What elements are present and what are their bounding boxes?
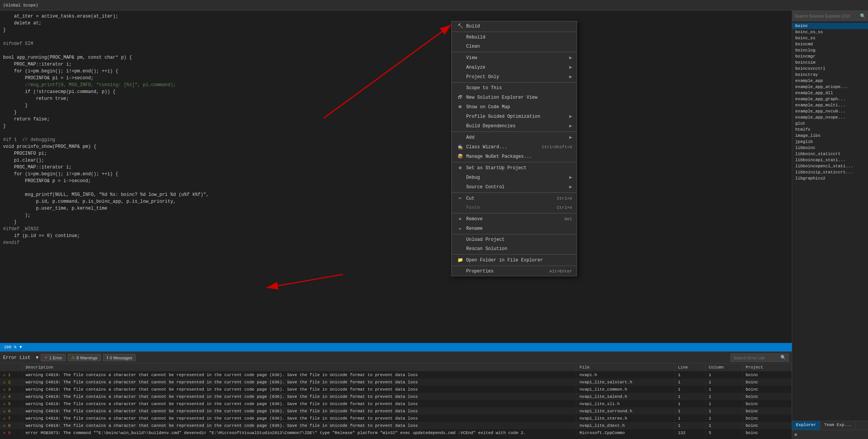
solution-gear-icon[interactable]: ⚙ [794, 432, 797, 437]
context-menu-item-cut[interactable]: ✂ Cut Ctrl+X [452, 194, 577, 203]
solution-tree-item-example_app_graph[interactable]: example_app_graph... [792, 96, 868, 102]
solution-tree-item-boinclog[interactable]: boinclog [792, 47, 868, 53]
context-menu-item-project-only[interactable]: Project Only ▶ [452, 72, 577, 82]
solution-tree-item-example_app[interactable]: example_app [792, 78, 868, 84]
solution-tab-explorer[interactable]: Explorer [792, 421, 820, 430]
context-menu-item-add[interactable]: Add ▶ [452, 133, 577, 142]
cut-label: Cut [466, 196, 552, 201]
context-menu-item-unload-project[interactable]: Unload Project [452, 235, 577, 244]
solution-tree-item-boincsvcctrl[interactable]: boincsvcctrl [792, 66, 868, 72]
context-menu-item-set-startup[interactable]: ⚙ Set as StartUp Project [452, 163, 577, 173]
solution-search-input[interactable] [794, 14, 858, 18]
solution-tree-item-boincsim[interactable]: boincsim [792, 59, 868, 66]
properties-shortcut: Alt+Enter [550, 269, 572, 274]
error-filter-button[interactable]: ✕ 1 Error [41, 354, 66, 361]
solution-tree-item-boinc[interactable]: boinc [792, 23, 868, 29]
context-menu-item-rename[interactable]: ✏ Rename [452, 224, 577, 233]
message-count: 0 Messages [110, 356, 132, 360]
row-desc: warning C4819: The file contains a chara… [22, 386, 576, 393]
solution-tree-item-htmlfx[interactable]: htmlfx [792, 127, 868, 133]
solution-tree-item-example_app_nvope[interactable]: example_app_nvope... [792, 114, 868, 120]
message-filter-button[interactable]: ℹ 0 Messages [103, 354, 136, 361]
code-content[interactable]: at_iter = active_tasks.erase(at_iter); d… [0, 11, 792, 343]
col-col: Column [705, 364, 742, 371]
solution-tree[interactable]: boincboinc_os_ssboinc_ssboincmdboinclogb… [792, 21, 868, 421]
context-menu-item-remove[interactable]: ✕ Remove Del [452, 214, 577, 224]
row-line: 1 [675, 386, 705, 393]
solution-search-box[interactable]: 🔍 [792, 11, 868, 21]
context-menu-item-class-wizard[interactable]: 🧙 Class Wizard... Ctrl+Shift+X [452, 142, 577, 152]
solution-tree-item-image_libs[interactable]: image_libs [792, 133, 868, 139]
col-desc: Description [22, 364, 576, 371]
solution-tree-item-jpeglib[interactable]: jpeglib [792, 139, 868, 145]
context-menu-item-analyze[interactable]: Analyze ▶ [452, 62, 577, 72]
warning-icon: ⚠ [71, 355, 75, 360]
cut-icon: ✂ [456, 195, 464, 201]
open-folder-icon: 📁 [456, 257, 464, 263]
search-icon: 🔍 [780, 355, 786, 360]
solution-tab-team-explorer[interactable]: Team Exp... [820, 421, 856, 430]
table-row[interactable]: ✕ 9 error MSB3073: The command ""E:\boin… [0, 429, 792, 436]
error-search-box[interactable]: 🔍 [731, 354, 789, 362]
table-row[interactable]: ⚠ 4 warning C4819: The file contains a c… [0, 393, 792, 400]
table-row[interactable]: ⚠ 1 warning C4819: The file contains a c… [0, 371, 792, 378]
set-startup-icon: ⚙ [456, 165, 464, 171]
solution-tree-item-boinc_ss[interactable]: boinc_ss [792, 35, 868, 41]
table-row[interactable]: ⚠ 8 warning C4819: The file contains a c… [0, 422, 792, 429]
solution-tree-item-boinc_os_ss[interactable]: boinc_os_ss [792, 29, 868, 35]
table-row[interactable]: ⚠ 6 warning C4819: The file contains a c… [0, 407, 792, 415]
solution-tree-item-libgraphics2[interactable]: libgraphics2 [792, 175, 868, 181]
solution-tree-item-boincmgr[interactable]: boincmgr [792, 53, 868, 59]
context-menu-item-build[interactable]: 🔨 Build [452, 21, 577, 31]
context-menu-item-show-code-map[interactable]: ⊞ Show on Code Map [452, 102, 577, 112]
filter-dropdown[interactable]: ▼ [36, 355, 38, 360]
context-menu-item-view[interactable]: View ▶ [452, 53, 577, 62]
table-row[interactable]: ⚠ 3 warning C4819: The file contains a c… [0, 386, 792, 393]
context-menu-item-clean[interactable]: Clean [452, 42, 577, 51]
context-menu-item-source-control[interactable]: Source Control ▶ [452, 182, 577, 192]
error-table[interactable]: Description File Line Column Project ⚠ 1… [0, 364, 792, 439]
context-menu-separator [452, 52, 577, 52]
warning-filter-button[interactable]: ⚠ 8 Warnings [68, 354, 101, 361]
solution-tree-item-example_app_multi[interactable]: example_app_multi... [792, 102, 868, 108]
build-label: Build [466, 24, 572, 29]
context-menu-separator [452, 82, 577, 83]
context-menu-item-manage-nuget[interactable]: 📦 Manage NuGet Packages... [452, 152, 577, 161]
solution-tree-item-example_app_nvcu0[interactable]: example_app_nvcu0... [792, 108, 868, 114]
solution-tree-item-boincmd[interactable]: boincmd [792, 41, 868, 47]
context-menu-item-rebuild[interactable]: Rebuild [452, 33, 577, 42]
row-desc: warning C4819: The file contains a chara… [22, 407, 576, 415]
solution-tree-item-example_app_dll[interactable]: example_app_dll [792, 90, 868, 96]
solution-tree-item-libboinzip_staticcrt[interactable]: libboinzip_staticcrt... [792, 169, 868, 175]
row-line: 132 [675, 429, 705, 436]
solution-tree-item-libboincopencl_stati[interactable]: libboincopencl_stati... [792, 163, 868, 169]
solution-tree-item-libboinc[interactable]: libboinc [792, 145, 868, 151]
context-menu-item-open-folder[interactable]: 📁 Open Folder in File Explorer [452, 255, 577, 265]
context-menu-item-debug[interactable]: Debug ▶ [452, 173, 577, 182]
solution-tree-item-libboincapi_stati[interactable]: libboincapi_stati... [792, 157, 868, 163]
row-line: 1 [675, 393, 705, 400]
col-project: Project [742, 364, 791, 371]
code-line: PROC_MAP::iterator i; [0, 165, 792, 171]
context-menu-item-build-deps[interactable]: Build Dependencies ▶ [452, 121, 577, 131]
table-row[interactable]: ⚠ 2 warning C4819: The file contains a c… [0, 378, 792, 386]
error-icon: ✕ [44, 355, 48, 360]
table-row[interactable]: ⚠ 7 warning C4819: The file contains a c… [0, 415, 792, 422]
table-row[interactable]: ⚠ 5 warning C4819: The file contains a c… [0, 400, 792, 407]
context-menu-item-scope-to-this[interactable]: Scope to This [452, 83, 577, 93]
context-menu-item-profile-guided[interactable]: Profile Guided Optimization ▶ [452, 112, 577, 121]
row-col: 1 [705, 415, 742, 422]
code-line [0, 48, 792, 55]
row-desc: warning C4819: The file contains a chara… [22, 371, 576, 378]
context-menu-item-new-solution-explorer[interactable]: 🗗 New Solution Explorer View [452, 93, 577, 102]
error-search-input[interactable] [733, 356, 779, 360]
zoom-controls[interactable]: ▼ [19, 345, 22, 349]
scope-to-this-label: Scope to This [466, 85, 572, 91]
solution-tree-item-libboinc_staticcrt[interactable]: libboinc_staticcrt [792, 151, 868, 157]
context-menu-item-rescan[interactable]: Rescan Solution [452, 244, 577, 253]
code-line: PROC_MAP::iterator i; [0, 62, 792, 69]
solution-tree-item-example_app_atiopenc[interactable]: example_app_atiope... [792, 84, 868, 90]
solution-tree-item-glut[interactable]: glut [792, 120, 868, 127]
solution-tree-item-boinctray[interactable]: boinctray [792, 72, 868, 78]
context-menu-item-properties[interactable]: Properties Alt+Enter [452, 267, 577, 276]
